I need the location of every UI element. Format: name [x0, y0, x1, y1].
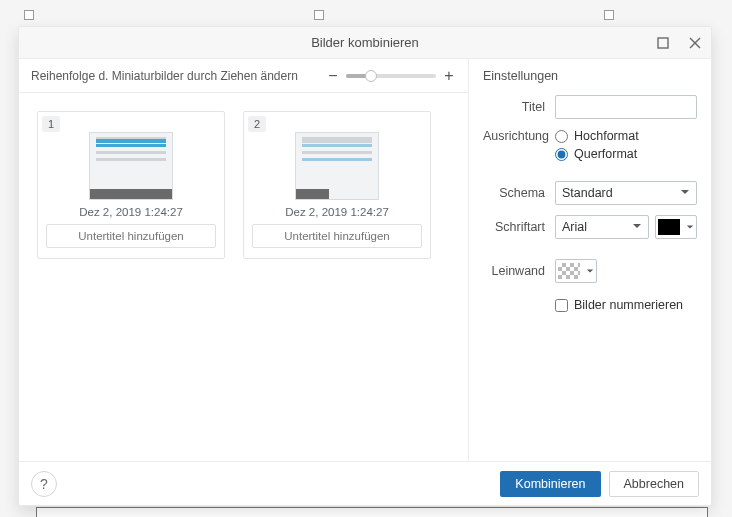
thumbnail-image[interactable]: [295, 132, 379, 200]
chevron-down-icon: [632, 220, 642, 234]
zoom-slider[interactable]: [346, 74, 436, 78]
help-icon: ?: [40, 476, 48, 492]
cancel-button[interactable]: Abbrechen: [609, 471, 699, 497]
scheme-select[interactable]: Standard: [555, 181, 697, 205]
label-font: Schriftart: [483, 220, 555, 234]
label-scheme: Schema: [483, 186, 555, 200]
orientation-portrait-label: Hochformat: [574, 129, 639, 143]
thumbnail-timestamp: Dez 2, 2019 1:24:27: [252, 206, 422, 218]
bg-selection-handle: [314, 10, 324, 20]
thumbnail-index-badge: 1: [42, 116, 60, 132]
settings-panel: Einstellungen Titel Ausrichtung Hochform…: [469, 59, 711, 461]
chevron-down-icon: [686, 220, 694, 234]
dialog-title: Bilder kombinieren: [19, 35, 711, 50]
thumbnails-area[interactable]: 1 Dez 2, 2019 1:24:27 2 Dez 2, 2019 1:24…: [19, 93, 468, 461]
chevron-down-icon: [586, 264, 594, 278]
close-button[interactable]: [679, 27, 711, 59]
thumbnail-index-badge: 2: [248, 116, 266, 132]
title-input[interactable]: [555, 95, 697, 119]
orientation-landscape-radio[interactable]: Querformat: [555, 147, 639, 161]
combine-images-dialog: Bilder kombinieren Reihenfolge d. Miniat…: [18, 26, 712, 506]
thumbnail-image[interactable]: [89, 132, 173, 200]
number-images-checkbox[interactable]: Bilder nummerieren: [555, 298, 683, 312]
canvas-swatch: [558, 263, 580, 279]
maximize-button[interactable]: [647, 27, 679, 59]
reorder-hint: Reihenfolge d. Miniaturbilder durch Zieh…: [31, 69, 326, 83]
dialog-titlebar: Bilder kombinieren: [19, 27, 711, 59]
thumbnails-header: Reihenfolge d. Miniaturbilder durch Zieh…: [19, 59, 468, 93]
font-value: Arial: [562, 220, 587, 234]
label-orientation: Ausrichtung: [483, 129, 555, 143]
close-icon: [689, 37, 701, 49]
zoom-out-button[interactable]: −: [326, 68, 340, 84]
help-button[interactable]: ?: [31, 471, 57, 497]
settings-heading: Einstellungen: [483, 69, 697, 83]
combine-button[interactable]: Kombinieren: [500, 471, 600, 497]
zoom-slider-thumb[interactable]: [365, 70, 377, 82]
thumbnails-panel: Reihenfolge d. Miniaturbilder durch Zieh…: [19, 59, 469, 461]
zoom-in-button[interactable]: +: [442, 68, 456, 84]
dialog-footer: ? Kombinieren Abbrechen: [19, 461, 711, 505]
canvas-color-picker[interactable]: [555, 259, 597, 283]
font-select[interactable]: Arial: [555, 215, 649, 239]
svg-rect-0: [658, 38, 668, 48]
label-title: Titel: [483, 100, 555, 114]
label-canvas: Leinwand: [483, 264, 555, 278]
caption-input[interactable]: [46, 224, 216, 248]
font-color-picker[interactable]: [655, 215, 697, 239]
bg-selection-handle: [604, 10, 614, 20]
thumbnail-card[interactable]: 2 Dez 2, 2019 1:24:27: [243, 111, 431, 259]
caption-input[interactable]: [252, 224, 422, 248]
thumbnail-timestamp: Dez 2, 2019 1:24:27: [46, 206, 216, 218]
scheme-value: Standard: [562, 186, 613, 200]
orientation-landscape-label: Querformat: [574, 147, 637, 161]
maximize-icon: [657, 37, 669, 49]
chevron-down-icon: [680, 186, 690, 200]
orientation-portrait-radio[interactable]: Hochformat: [555, 129, 639, 143]
bg-content: [36, 507, 708, 517]
number-images-label: Bilder nummerieren: [574, 298, 683, 312]
thumbnail-card[interactable]: 1 Dez 2, 2019 1:24:27: [37, 111, 225, 259]
bg-selection-handle: [24, 10, 34, 20]
font-color-swatch: [658, 219, 680, 235]
zoom-control: − +: [326, 68, 456, 84]
